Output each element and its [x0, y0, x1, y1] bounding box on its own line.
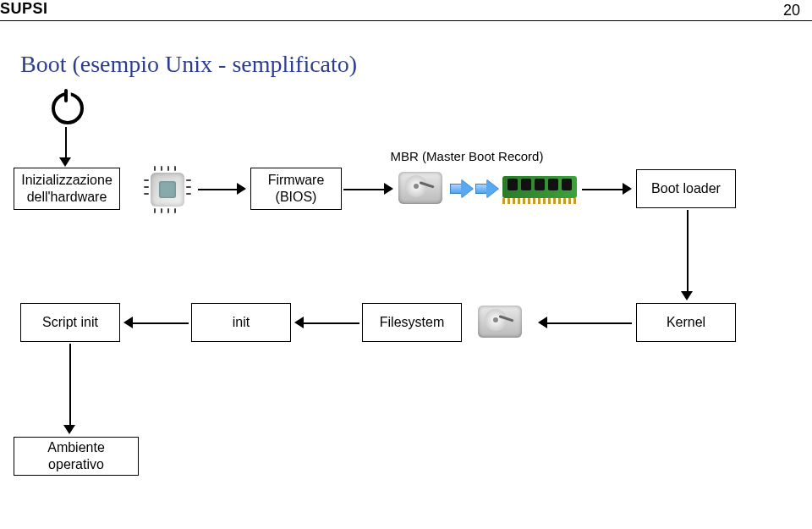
- arrow-right-icon: [384, 183, 393, 195]
- arrow-left-icon: [123, 317, 133, 328]
- arrow-down-icon: [63, 425, 75, 434]
- slide: SUPSI 20 Boot (esempio Unix - semplifica…: [0, 0, 812, 529]
- arrow-down-icon: [59, 157, 71, 167]
- node-kernel: Kernel: [636, 303, 736, 342]
- connector: [687, 210, 689, 291]
- ram-icon: [502, 173, 577, 207]
- connector: [69, 344, 71, 425]
- header-rule: [0, 20, 812, 21]
- page-number: 20: [783, 2, 800, 19]
- arrow-right-icon: [237, 183, 246, 195]
- arrow-left-icon: [538, 317, 547, 328]
- connector: [65, 127, 67, 157]
- node-env: Ambiente operativo: [14, 437, 139, 476]
- brand-logo: SUPSI: [0, 0, 48, 18]
- connector: [582, 189, 623, 190]
- connector: [133, 322, 189, 324]
- arrow-left-icon: [294, 317, 304, 328]
- node-init: init: [191, 303, 291, 342]
- node-filesystem: Filesystem: [362, 303, 462, 342]
- connector: [547, 322, 632, 324]
- connector: [198, 189, 237, 190]
- connector: [304, 322, 359, 324]
- node-script-init: Script init: [20, 303, 120, 342]
- page-title: Boot (esempio Unix - semplificato): [20, 51, 357, 78]
- node-firmware: Firmware(BIOS): [250, 168, 342, 210]
- hdd-icon: [475, 303, 524, 340]
- label-mbr: MBR (Master Boot Record): [382, 149, 551, 163]
- node-boot-loader: Boot loader: [636, 169, 736, 208]
- node-hw-init: Inizializzazionedell'hardware: [14, 168, 120, 210]
- power-icon: [51, 91, 81, 122]
- cpu-icon: [144, 166, 191, 213]
- arrow-right-icon: [623, 183, 632, 195]
- block-arrow-icon: [450, 179, 473, 198]
- block-arrow-icon: [475, 179, 498, 198]
- connector: [343, 189, 384, 190]
- arrow-down-icon: [681, 291, 693, 300]
- hdd-icon: [396, 169, 445, 207]
